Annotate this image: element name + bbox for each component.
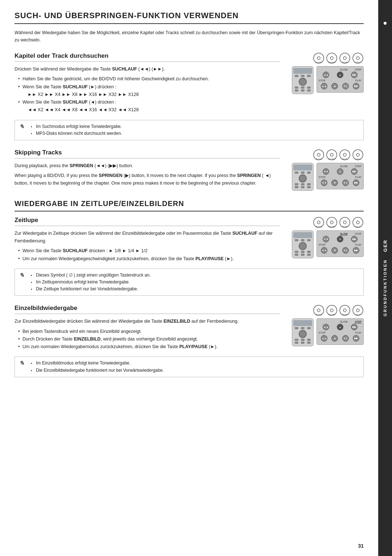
section-einzelbild-notes: ✎ Im Einzelbildmodus erfolgt keine Tonwi… [15,356,364,377]
svg-text:DVD+R: DVD+R [355,314,360,315]
page-number: 31 [358,543,364,549]
section-einzelbild-body1: Zur Einzelbildwiedergabe drücken Sie wäh… [15,318,280,325]
section-einzelbild: Einzelbildwiedergabe Zur Einzelbildwiede… [15,305,364,377]
section-zeitlupe-notes: ✎ Dieses Symbol ( ∅ ) zeigt einen ungült… [15,269,364,296]
section-zeitlupe-main-title: WIEDERGABE IN ZEITLUPE/EINZELBILDERN [15,200,364,211]
svg-text:BD-ROM: BD-ROM [316,226,322,227]
section-skipping-body1: During playback, press the SPRINGEN (◄◄)… [15,162,280,170]
remote-panel-4: SLOW STEP ◄◄ ● ▶▶ STOP PLAY [292,318,364,346]
svg-point-22 [356,153,359,156]
note-item: Im Einzelbildmodus erfolgt keine Tonwied… [31,360,164,367]
page-title: SUCH- UND ÜBERSPRINGEN-FUNKTION VERWENDE… [15,11,364,24]
svg-point-31 [343,221,346,224]
side-tab-lang: GER [383,239,388,252]
svg-point-7 [343,57,346,60]
section-zeitlupe-images: BD-ROM DVD-VIDEO DVD+RW DVD+R [284,217,364,258]
section-zeitlupe: Zeitlupe Zur Wiedergabe in Zeitlupe drüc… [15,217,364,296]
disc-icons-row1: BD-ROM DVD-VIDEO DVD+RW [313,52,364,64]
svg-text:DVD+R: DVD+R [355,226,360,227]
section-kapitel-body1: Drücken Sie während der Wiedergabe die T… [15,65,280,73]
svg-text:DVD+RW: DVD+RW [342,62,348,63]
note-item: Im Suchmodus erfolgt keine Tonwiedergabe… [31,123,122,130]
remote-mini-2 [292,163,314,191]
panel-mini-4: SLOW STEP ◄◄ ● ▶▶ STOP PLAY [317,318,364,345]
remote-panel-2: SLOW STEP ◄◄ ● ▶▶ STOP PLAY [292,163,364,191]
svg-point-25 [317,221,320,224]
note-item: MP3-Disks können nicht durchsucht werden… [31,130,122,137]
svg-text:BD-ROM: BD-ROM [316,158,322,160]
remote-mini-4 [292,318,314,346]
note-item: Die Einzelbildwiedergabe funktioniert nu… [31,367,164,374]
section-zeitlupe-bullets: Wenn Sie die Taste SUCHLAUF drücken : ► … [15,247,280,263]
svg-point-19 [343,153,346,156]
svg-point-13 [317,153,320,156]
remote-panel-1: SLOW STEP ◄◄ ● ▶▶ STOP PLAY [292,66,364,94]
svg-point-28 [330,221,333,224]
note-item: Die Zeitlupe funktioniert nur bei Vorwär… [31,286,151,293]
note-item: Dieses Symbol ( ∅ ) zeigt einen ungültig… [31,272,151,279]
svg-text:DVD-VIDEO: DVD-VIDEO [328,158,335,160]
svg-point-1 [317,57,320,60]
intro-text: Während der Wiedergabe haben Sie die Mög… [15,29,364,44]
svg-point-46 [356,309,359,312]
svg-text:DVD+R: DVD+R [355,158,360,160]
side-tab-dot [384,22,387,25]
svg-text:DVD-VIDEO: DVD-VIDEO [328,226,335,227]
section-einzelbild-images: BD-ROM DVD-VIDEO DVD+RW DVD+R [284,305,364,346]
svg-point-34 [356,221,359,224]
svg-text:DVD+RW: DVD+RW [342,158,348,160]
section-einzelbild-title: Einzelbildwiedergabe [15,305,280,314]
disc-icons-row2: BD-ROM DVD-VIDEO DVD+RW DVD+R [313,149,364,161]
svg-text:DVD-VIDEO: DVD-VIDEO [328,314,335,315]
svg-text:DVD+R: DVD+R [355,61,360,63]
panel-mini-1: SLOW STEP ◄◄ ● ▶▶ STOP PLAY [317,66,364,93]
panel-mini-2: SLOW STEP ◄◄ ● ▶▶ STOP PLAY [317,163,364,189]
remote-mini-1 [292,66,314,94]
section-kapitel-images: BD-ROM DVD-VIDEO DVD+RW [284,52,364,94]
section-zeitlupe-title: Zeitlupe [15,217,280,226]
note-item: Im Zeitlupenmodus erfolgt keine Tonwiede… [31,279,151,286]
disc-icons-row4: BD-ROM DVD-VIDEO DVD+RW DVD+R [313,305,364,316]
section-skipping: Skipping Tracks During playback, press t… [15,149,364,191]
section-skipping-body2: When playing a BD/DVD, if you press the … [15,172,280,188]
section-skipping-images: BD-ROM DVD-VIDEO DVD+RW DVD+R [284,149,364,191]
section-skipping-title: Skipping Tracks [15,149,280,158]
remote-mini-3 [292,230,314,258]
section-zeitlupe-body1: Zur Wiedergabe in Zeitlupe drücken Sie w… [15,230,280,245]
side-tab: GER GRUNDFUNKTIONEN [378,0,392,556]
svg-point-10 [356,57,359,60]
svg-point-37 [317,309,320,312]
section-einzelbild-bullets: Bei jedem Tastendruck wird ein neues Ein… [15,328,280,351]
svg-text:DVD+RW: DVD+RW [342,314,348,315]
svg-text:BD-ROM: BD-ROM [316,314,322,315]
svg-point-16 [330,153,333,156]
svg-point-43 [343,309,346,312]
disc-icons-row3: BD-ROM DVD-VIDEO DVD+RW DVD+R [313,217,364,228]
panel-mini-3: SLOW STEP ◄◄ ● ▶▶ STOP PLAY [317,230,364,257]
section-kapitel-notes: ✎ Im Suchmodus erfolgt keine Tonwiederga… [15,120,364,140]
section-kapitel-bullets: Halten Sie die Taste gedrückt, um die BD… [15,75,280,114]
svg-point-4 [330,57,333,60]
section-kapitel: Kapitel oder Track durchsuchen Drücken S… [15,52,364,140]
svg-text:BD-ROM: BD-ROM [316,61,322,63]
svg-point-40 [330,309,333,312]
remote-panel-3: SLOW STEP ◄◄ ● ▶▶ STOP PLAY [292,230,364,258]
svg-text:DVD-VIDEO: DVD-VIDEO [328,62,335,63]
section-kapitel-title: Kapitel oder Track durchsuchen [15,52,280,62]
side-tab-section: GRUNDFUNKTIONEN [383,259,387,316]
svg-text:DVD+RW: DVD+RW [342,226,348,227]
